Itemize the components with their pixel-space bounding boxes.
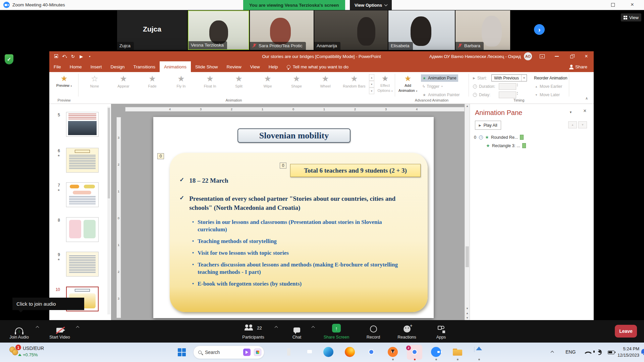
tab-transitions[interactable]: Transitions bbox=[129, 61, 160, 72]
collapse-ribbon-button[interactable]: ∧ bbox=[585, 96, 588, 101]
reorder-down-button[interactable]: ▼ bbox=[578, 121, 587, 128]
animation-float-in[interactable]: ★Float In bbox=[196, 74, 224, 88]
tab-file[interactable]: File bbox=[49, 61, 65, 72]
tab-home[interactable]: Home bbox=[65, 61, 86, 72]
effect-options-button[interactable]: ★ Effect Options ▾ bbox=[376, 74, 394, 93]
hidden-icons-chevron[interactable] bbox=[551, 351, 554, 354]
slide-body-text[interactable]: ✓ 18 – 22 March ✓ Presentation of every … bbox=[179, 176, 412, 292]
taskbar-app-edge[interactable] bbox=[323, 347, 333, 357]
animation-wheel[interactable]: ★Wheel bbox=[311, 74, 340, 88]
gallery-more-button[interactable]: ▼ bbox=[369, 87, 374, 94]
close-button[interactable]: × bbox=[631, 2, 634, 7]
animation-pane-button[interactable]: ★ Animation Pane bbox=[421, 74, 458, 82]
animation-order-badge[interactable]: 0 bbox=[280, 163, 286, 169]
chat-options-chevron[interactable] bbox=[312, 326, 315, 329]
video-tile-vesna[interactable]: Vesna Terzioska bbox=[188, 10, 249, 50]
clock-widget[interactable]: 5:24 PM 12/15/2023 bbox=[616, 346, 639, 359]
scroll-up-icon[interactable]: ▲ bbox=[465, 105, 470, 108]
next-participants-button[interactable]: › bbox=[534, 24, 545, 35]
move-later-button[interactable]: ▼ Move Later bbox=[533, 91, 561, 99]
taskbar-app-firefox[interactable] bbox=[345, 347, 355, 357]
video-tile-sara[interactable]: Sara Protic/Tea Protic bbox=[250, 10, 314, 50]
gallery-view-button[interactable]: View bbox=[621, 13, 641, 21]
tab-design[interactable]: Design bbox=[106, 61, 129, 72]
gallery-scroll-up-button[interactable]: ▲ bbox=[369, 74, 374, 81]
maximize-button[interactable] bbox=[611, 3, 615, 7]
tab-review[interactable]: Review bbox=[222, 61, 246, 72]
participants-button[interactable]: 22 Participants bbox=[233, 323, 273, 340]
pane-menu-chevron-icon[interactable]: ▼ bbox=[569, 111, 572, 114]
start-dropdown[interactable]: With Previous ▼ bbox=[491, 74, 527, 81]
wifi-icon[interactable] bbox=[585, 350, 592, 357]
language-indicator[interactable]: ENG bbox=[566, 349, 576, 355]
previous-slide-icon[interactable]: ▲ bbox=[465, 312, 470, 315]
animation-shape[interactable]: ★Shape bbox=[282, 74, 311, 88]
taskbar-app-brave[interactable] bbox=[388, 347, 398, 357]
slide-scrollbar[interactable]: ▲ ▼ ▲ ▼ bbox=[465, 104, 470, 320]
video-tile-anamarija[interactable]: Anamarija bbox=[314, 10, 388, 50]
share-button[interactable]: Share bbox=[566, 61, 592, 72]
move-earlier-button[interactable]: ▲ Move Earlier bbox=[533, 83, 564, 90]
scrollbar-thumb[interactable] bbox=[466, 246, 469, 267]
delay-input[interactable]: ▴▾ bbox=[499, 92, 518, 98]
timeline-bar[interactable] bbox=[522, 143, 526, 148]
participants-options-chevron[interactable] bbox=[275, 326, 278, 329]
gallery-scroll-down-button[interactable]: ▼ bbox=[369, 81, 374, 87]
timeline-bar[interactable] bbox=[520, 135, 524, 140]
animation-fly-in[interactable]: ★Fly In bbox=[167, 74, 196, 88]
animation-painter-button[interactable]: ★ Animation Painter bbox=[421, 91, 462, 99]
slide-thumbnail-5[interactable] bbox=[66, 112, 99, 137]
scroll-down-icon[interactable]: ▼ bbox=[465, 307, 470, 310]
animation-order-badge[interactable]: 0 bbox=[157, 153, 164, 159]
scrollbar-thumb[interactable] bbox=[108, 108, 110, 198]
audio-options-chevron[interactable] bbox=[36, 326, 39, 329]
video-tile-elisabeta[interactable]: Elisabeta bbox=[388, 10, 455, 50]
tab-help[interactable]: Help bbox=[264, 61, 282, 72]
notification-bell-icon[interactable] bbox=[641, 349, 644, 354]
animation-wipe[interactable]: ★Wipe bbox=[253, 74, 282, 88]
record-button[interactable]: Record bbox=[362, 323, 385, 340]
view-options-button[interactable]: View Options bbox=[350, 0, 392, 10]
tab-slideshow[interactable]: Slide Show bbox=[191, 61, 222, 72]
animation-none[interactable]: ☆None bbox=[80, 74, 109, 88]
slide-canvas[interactable]: Slovenian mobility 0 0 Total 6 teachers … bbox=[153, 117, 434, 318]
preview-button[interactable]: ★ Preview ▾ bbox=[53, 74, 75, 88]
tab-view[interactable]: View bbox=[246, 61, 264, 72]
slide-thumbnail-8[interactable] bbox=[66, 217, 99, 242]
taskbar-search[interactable]: Search bbox=[193, 346, 264, 359]
thumbnail-scrollbar[interactable] bbox=[107, 107, 110, 314]
account-avatar[interactable]: АО bbox=[524, 52, 532, 60]
reorder-up-button[interactable]: ▲ bbox=[568, 121, 577, 128]
leave-button[interactable]: Leave bbox=[615, 325, 637, 338]
tab-animations[interactable]: Animations bbox=[160, 61, 191, 72]
ppt-close-button[interactable]: × bbox=[579, 51, 594, 61]
animation-fade[interactable]: ★Fade bbox=[138, 74, 167, 88]
animation-item[interactable]: ★ Rectangle 3: ... bbox=[474, 143, 526, 148]
taskbar-app-zoom[interactable] bbox=[431, 347, 441, 357]
animation-appear[interactable]: ★Appear bbox=[109, 74, 138, 88]
slide-thumbnail-6[interactable] bbox=[66, 148, 99, 173]
ppt-minimize-button[interactable] bbox=[549, 51, 564, 61]
animation-random-bars[interactable]: ★Random Bars bbox=[340, 74, 369, 88]
next-slide-icon[interactable]: ▼ bbox=[465, 316, 470, 319]
add-animation-button[interactable]: ★ Add Animation ▾ bbox=[397, 74, 418, 93]
antivirus-shield-icon[interactable]: ✓ bbox=[5, 54, 13, 64]
join-audio-button[interactable]: ↑ Join Audio bbox=[4, 323, 34, 340]
account-area[interactable]: Админ ОУ Ванчо Николески Лескоец - Охрид… bbox=[429, 52, 549, 60]
video-tile-barbara[interactable]: Barbara bbox=[455, 10, 510, 50]
battery-icon[interactable] bbox=[608, 351, 614, 354]
slide-thumbnail-7[interactable] bbox=[66, 182, 99, 207]
ribbon-display-options-button[interactable]: ▴ bbox=[540, 54, 545, 58]
share-screen-button[interactable]: ↑ Share Screen bbox=[321, 323, 352, 340]
apps-button[interactable]: Apps bbox=[429, 323, 453, 340]
duration-input[interactable]: ▴▾ bbox=[499, 83, 518, 90]
tell-me-box[interactable]: Tell me what you want to do bbox=[282, 61, 353, 72]
reactions-button[interactable]: Reactions bbox=[393, 323, 420, 340]
total-teachers-box[interactable]: Total 6 teachers and 9 students (2 + 3) bbox=[290, 164, 421, 177]
taskbar-app-photos[interactable] bbox=[474, 347, 475, 352]
chat-button[interactable]: Chat bbox=[287, 323, 307, 340]
animation-split[interactable]: ★Split bbox=[224, 74, 253, 88]
ppt-restore-button[interactable] bbox=[564, 51, 579, 61]
slide-thumbnail-9[interactable] bbox=[66, 252, 99, 277]
video-options-chevron[interactable] bbox=[76, 326, 79, 329]
